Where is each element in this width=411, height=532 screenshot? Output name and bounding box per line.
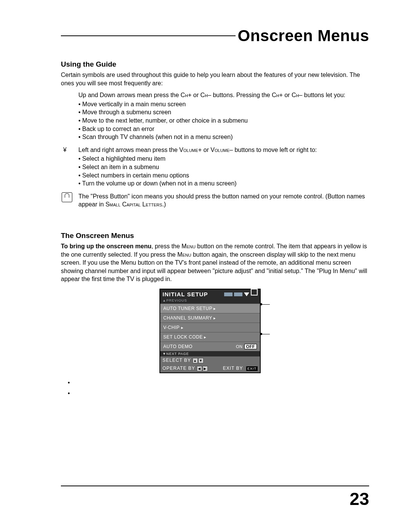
section-heading-using-guide: Using the Guide (61, 60, 369, 69)
updown-bullets: Move vertically in a main menu screen Mo… (78, 100, 369, 141)
osd-figure: INITIAL SETUP ▲PREVIOUS AUTO TUNER SETUP… (61, 289, 369, 373)
down-arrow-icon (244, 292, 249, 296)
bullet: Select an item in a submenu (78, 163, 369, 171)
footer-rule (61, 486, 369, 486)
updown-arrows-block: Up and Down arrows mean press the Ch+ or… (78, 91, 369, 141)
osd-next-page: ▼NEXT PAGE (160, 351, 260, 356)
osd-row-vchip: V-CHIP (160, 323, 260, 332)
bullet: Turn the volume up or down (when not in … (78, 179, 369, 188)
onscreen-para: To bring up the onscreen menu, press the… (61, 242, 369, 283)
osd-row-auto-tuner: AUTO TUNER SETUP (160, 304, 260, 313)
press-button-icon (62, 192, 72, 202)
updown-lead: Up and Down arrows mean press the Ch+ or… (78, 92, 346, 98)
chapter-title: Onscreen Menus (238, 27, 369, 45)
bullet: Scan through TV channels (when not in a … (78, 133, 369, 141)
square-icon (251, 289, 258, 296)
section-heading-onscreen: The Onscreen Menus (61, 232, 369, 240)
osd-menu: INITIAL SETUP ▲PREVIOUS AUTO TUNER SETUP… (159, 289, 261, 373)
manual-page: Onscreen Menus Using the Guide Certain s… (0, 0, 411, 532)
bullet: Move to the next letter, number, or othe… (78, 117, 369, 125)
note-bullet (68, 379, 369, 387)
bullet: Move through a submenu screen (78, 108, 369, 117)
osd-title: INITIAL SETUP (162, 291, 208, 297)
osd-row-channel-summary: CHANNEL SUMMARY (160, 313, 260, 323)
press-button-block: The "Press Button" icon means you should… (78, 192, 369, 209)
osd-previous: ▲PREVIOUS (160, 299, 260, 304)
bullet: Select numbers in certain menu options (78, 171, 369, 180)
leftright-arrows-block: ¥ Left and right arrows mean press the V… (78, 146, 369, 188)
using-guide-intro: Certain symbols are used throughout this… (61, 71, 369, 87)
osd-on-off: ON OFF (236, 344, 257, 349)
osd-header: INITIAL SETUP (160, 289, 260, 299)
osd-footer: SELECT BY ▲▼ (160, 356, 260, 364)
osd-row-lock-code: SET LOCK CODE (160, 332, 260, 342)
leftright-lead: Left and right arrows mean press the Vol… (78, 147, 317, 153)
bullet: Select a highlighted menu item (78, 155, 369, 163)
title-rule (61, 35, 236, 36)
osd-row-auto-demo: AUTO DEMO ON OFF (160, 342, 260, 351)
bullet: Back up to correct an error (78, 125, 369, 133)
leftright-symbol: ¥ (63, 146, 67, 154)
page-number: 23 (350, 489, 369, 509)
note-bullet (68, 389, 369, 398)
bullet: Move vertically in a main menu screen (78, 100, 369, 109)
note-bullets (61, 379, 369, 398)
leftright-bullets: Select a highlighted menu item Select an… (78, 155, 369, 187)
chapter-title-bar: Onscreen Menus (61, 27, 369, 45)
osd-footer-2: OPERATE BY ◀▶ EXIT BY EXIT (160, 364, 260, 372)
osd-header-decoration (224, 291, 258, 298)
